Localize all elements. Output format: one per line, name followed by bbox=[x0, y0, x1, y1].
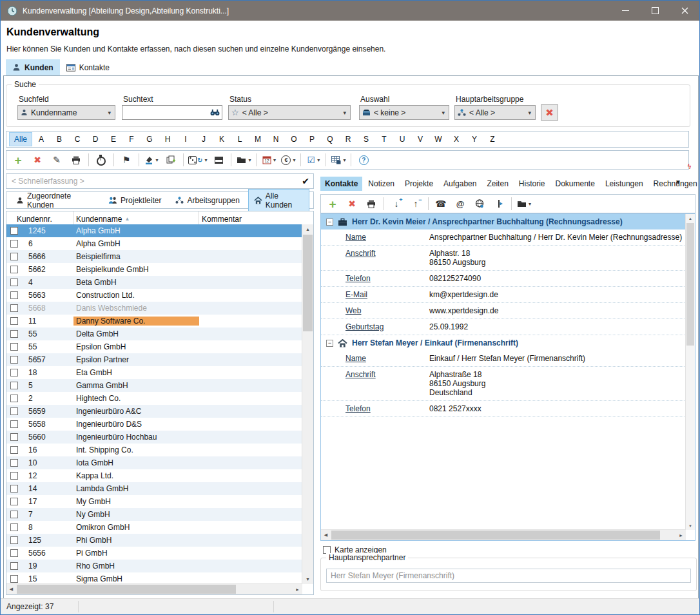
detail-tab-dokumente[interactable]: Dokumente bbox=[551, 177, 599, 191]
main-contact-input[interactable] bbox=[326, 569, 691, 583]
row-checkbox[interactable] bbox=[10, 343, 18, 351]
contact-field-label[interactable]: Web bbox=[345, 306, 429, 315]
table-row[interactable]: 5657Epsilon Partner bbox=[6, 353, 302, 366]
table-row[interactable]: 5658Ingenieurbüro D&S bbox=[6, 418, 302, 431]
detail-tab-notizen[interactable]: Notizen bbox=[364, 177, 399, 191]
row-checkbox[interactable] bbox=[10, 369, 18, 376]
row-checkbox[interactable] bbox=[10, 433, 18, 441]
delete-customer-button[interactable]: ✖ bbox=[28, 152, 46, 168]
row-checkbox[interactable] bbox=[10, 511, 18, 518]
contact-field-label[interactable]: Anschrift bbox=[345, 370, 429, 397]
folder-button[interactable]: ▾ bbox=[515, 196, 533, 211]
row-checkbox[interactable] bbox=[10, 330, 18, 338]
alphabet-item-n[interactable]: N bbox=[267, 133, 285, 146]
dropdown-arrow-icon[interactable]: ▾ bbox=[204, 157, 207, 163]
table-row[interactable]: 5Gamma GmbH bbox=[6, 379, 302, 392]
row-checkbox[interactable] bbox=[10, 420, 18, 428]
table-row[interactable]: 125Phi GmbH bbox=[6, 534, 302, 547]
table-row[interactable]: 5656Pi GmbH bbox=[6, 547, 302, 560]
row-checkbox[interactable] bbox=[10, 446, 18, 454]
close-button[interactable] bbox=[670, 1, 699, 21]
binoculars-icon[interactable] bbox=[210, 109, 220, 116]
alphabet-item-l[interactable]: L bbox=[231, 133, 249, 146]
alphabet-item-q[interactable]: Q bbox=[321, 133, 339, 146]
hauptarbeitsgruppe-combo[interactable]: < Alle > ▾ bbox=[454, 105, 536, 120]
row-checkbox[interactable] bbox=[10, 536, 18, 544]
alphabet-item-v[interactable]: V bbox=[411, 133, 429, 146]
contact-field-label[interactable]: Geburtstag bbox=[345, 322, 429, 331]
help-button[interactable]: ? bbox=[355, 152, 373, 168]
print-contacts-button[interactable] bbox=[362, 196, 380, 211]
table-row[interactable]: 5659Ingenieurbüro A&C bbox=[6, 405, 302, 418]
scrollbar-thumb[interactable] bbox=[303, 235, 313, 331]
tab-overflow-icon[interactable]: ▼ bbox=[675, 179, 681, 186]
vertical-scrollbar[interactable]: ▲ ▼ bbox=[685, 214, 695, 530]
scroll-up-icon[interactable]: ▲ bbox=[302, 224, 313, 234]
alphabet-item-u[interactable]: U bbox=[393, 133, 411, 146]
new-customer-button[interactable]: + bbox=[9, 152, 27, 168]
row-checkbox[interactable] bbox=[10, 498, 18, 505]
row-checkbox[interactable] bbox=[10, 407, 18, 415]
alphabet-item-e[interactable]: E bbox=[104, 133, 122, 146]
row-checkbox[interactable] bbox=[10, 240, 18, 248]
dropdown-arrow-icon[interactable]: ▾ bbox=[529, 201, 531, 207]
table-row[interactable]: 5663Construction Ltd. bbox=[6, 289, 302, 302]
delete-contact-button[interactable]: ✖ bbox=[343, 196, 361, 211]
table-row[interactable]: 18Eta GmbH bbox=[6, 366, 302, 379]
table-row[interactable]: 12Kappa Ltd. bbox=[6, 469, 302, 482]
call-button[interactable]: ☎ bbox=[432, 196, 450, 211]
detail-tab-projekte[interactable]: Projekte bbox=[400, 177, 438, 191]
alphabet-item-j[interactable]: J bbox=[195, 133, 213, 146]
dropdown-arrow-icon[interactable]: ▾ bbox=[317, 157, 320, 163]
collapse-minus-icon[interactable]: − bbox=[326, 340, 333, 347]
export-contact-button[interactable]: ↑− bbox=[407, 196, 425, 211]
quick-entry-input[interactable] bbox=[10, 176, 302, 186]
row-checkbox[interactable] bbox=[10, 304, 18, 312]
row-checkbox[interactable] bbox=[10, 575, 18, 583]
alphabet-item-k[interactable]: K bbox=[213, 133, 231, 146]
table-row[interactable]: 6Alpha GmbH bbox=[6, 237, 302, 250]
detail-tab-zeiten[interactable]: Zeiten bbox=[482, 177, 512, 191]
horizontal-scrollbar[interactable]: ◀ ► bbox=[321, 529, 686, 540]
contact-field-label[interactable]: Telefon bbox=[345, 404, 429, 413]
alphabet-item-o[interactable]: O bbox=[285, 133, 303, 146]
scroll-left-icon[interactable]: ◀ bbox=[6, 584, 16, 594]
alphabet-item-z[interactable]: Z bbox=[483, 133, 501, 146]
view-tab-zugeordnete-kunden[interactable]: Zugeordnete Kunden bbox=[10, 189, 100, 212]
table-row[interactable]: 15Sigma GmbH bbox=[6, 572, 302, 584]
alphabet-item-a[interactable]: A bbox=[32, 133, 50, 146]
column-header-kommentar[interactable]: Kommentar bbox=[199, 211, 313, 224]
suchfeld-combo[interactable]: Kundenname ▾ bbox=[17, 105, 115, 120]
row-checkbox[interactable] bbox=[10, 356, 18, 364]
alphabet-item-g[interactable]: G bbox=[141, 133, 159, 146]
split-view-button[interactable] bbox=[209, 152, 228, 168]
row-checkbox[interactable] bbox=[10, 317, 18, 325]
detail-tab-kontakte[interactable]: Kontakte bbox=[320, 177, 362, 191]
confirm-check-icon[interactable]: ✔ bbox=[302, 176, 309, 186]
suchtext-input[interactable] bbox=[124, 108, 210, 118]
table-row[interactable]: 19Rho GmbH bbox=[6, 560, 302, 572]
row-checkbox[interactable] bbox=[10, 549, 18, 557]
web-link-button[interactable] bbox=[471, 196, 489, 211]
scrollbar-thumb[interactable] bbox=[17, 585, 236, 594]
dropdown-arrow-icon[interactable]: ▾ bbox=[273, 157, 276, 163]
row-checkbox[interactable] bbox=[10, 395, 18, 402]
print-button[interactable] bbox=[67, 152, 85, 168]
alphabet-item-c[interactable]: C bbox=[68, 133, 86, 146]
clear-search-button[interactable]: ✖ bbox=[541, 104, 558, 121]
row-checkbox[interactable] bbox=[10, 472, 18, 480]
horizontal-scrollbar[interactable]: ◀ ► bbox=[6, 583, 302, 594]
table-row[interactable]: 11Danny Software Co. bbox=[6, 315, 302, 327]
table-row[interactable]: 55Delta GmbH bbox=[6, 327, 302, 340]
time-tracking-button[interactable] bbox=[92, 152, 110, 168]
detail-tab-historie[interactable]: Historie bbox=[514, 177, 550, 191]
column-header-kundennr[interactable]: Kundennr. bbox=[6, 211, 73, 224]
fill-color-button[interactable]: ▾ bbox=[142, 152, 160, 168]
scroll-down-icon[interactable]: ▼ bbox=[302, 574, 313, 584]
view-tab-alle-kunden[interactable]: Alle Kunden bbox=[248, 189, 309, 212]
table-row[interactable]: 1245Alpha GmbH bbox=[6, 224, 302, 237]
alphabet-item-t[interactable]: T bbox=[375, 133, 393, 146]
alphabet-item-w[interactable]: W bbox=[429, 133, 447, 146]
alphabet-item-f[interactable]: F bbox=[122, 133, 141, 146]
row-checkbox[interactable] bbox=[10, 253, 18, 260]
